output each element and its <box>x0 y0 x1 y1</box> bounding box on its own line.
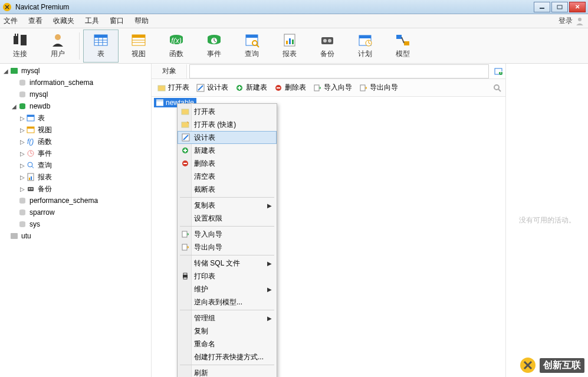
tool-function[interactable]: f(x)函数 <box>159 29 194 63</box>
search-icon[interactable] <box>492 83 502 93</box>
cm-刷新[interactable]: 刷新 <box>178 366 277 377</box>
tool-model[interactable]: 模型 <box>385 29 421 63</box>
cm-label: 截断表 <box>194 185 215 195</box>
menu-tools[interactable]: 工具 <box>85 16 99 26</box>
db-sparrow[interactable]: sparrow <box>0 206 151 218</box>
folder-views[interactable]: ▷视图 <box>0 124 151 136</box>
cm-label: 重命名 <box>194 339 215 349</box>
cm-转储 SQL 文件[interactable]: 转储 SQL 文件▶ <box>178 257 277 270</box>
tool-user[interactable]: 用户 <box>40 29 75 63</box>
folder-queries[interactable]: ▷查询 <box>0 159 151 171</box>
action-new-table[interactable]: 新建表 <box>233 81 270 94</box>
svg-rect-86 <box>182 122 189 127</box>
folder-reports[interactable]: ▷报表 <box>0 171 151 183</box>
svg-rect-6 <box>15 34 16 36</box>
cm-导入向导[interactable]: 导入向导 <box>178 228 277 241</box>
db-information-schema[interactable]: information_schema <box>0 77 151 88</box>
tool-connection[interactable]: 连接 <box>2 29 38 63</box>
db-mysql[interactable]: mysql <box>0 88 151 100</box>
cm-截断表[interactable]: 截断表 <box>178 183 277 196</box>
db-sys[interactable]: sys <box>0 218 151 230</box>
action-delete-table[interactable]: 删除表 <box>272 81 308 94</box>
menu-help[interactable]: 帮助 <box>134 16 149 26</box>
cm-label: 复制表 <box>194 201 215 211</box>
tool-schedule[interactable]: 计划 <box>347 29 383 63</box>
cm-separator <box>180 255 274 255</box>
cm-管理组[interactable]: 管理组▶ <box>178 312 277 324</box>
tool-event[interactable]: 事件 <box>196 29 232 63</box>
cm-设置权限[interactable]: 设置权限 <box>178 212 277 225</box>
maximize-button[interactable] <box>551 2 568 12</box>
menu-file[interactable]: 文件 <box>4 16 18 26</box>
menu-view[interactable]: 查看 <box>28 16 42 26</box>
query-icon <box>243 32 261 48</box>
sidebar: ◢mysql information_schema mysql ◢newdb ▷… <box>0 64 152 377</box>
cm-导出向导[interactable]: 导出向导 <box>178 241 277 254</box>
svg-point-81 <box>494 85 499 90</box>
search-input[interactable] <box>189 64 489 78</box>
close-button[interactable]: ✕ <box>569 2 586 12</box>
tool-report[interactable]: 报表 <box>272 29 307 63</box>
database-icon <box>18 196 27 205</box>
cm-设计表[interactable]: 设计表 <box>178 131 277 144</box>
cm-新建表[interactable]: 新建表 <box>178 144 277 157</box>
svg-rect-95 <box>182 231 187 237</box>
cm-重命名[interactable]: 重命名 <box>178 337 277 350</box>
table-icon <box>92 32 110 48</box>
conn-mysql[interactable]: ◢mysql <box>0 65 151 77</box>
cm-separator <box>180 197 274 198</box>
server-icon <box>9 66 19 76</box>
menubar: 文件 查看 收藏夹 工具 窗口 帮助 登录 <box>0 14 588 28</box>
action-export[interactable]: 导出向导 <box>357 81 400 94</box>
menu-favorites[interactable]: 收藏夹 <box>53 16 74 26</box>
tab-objects[interactable]: 对象 <box>152 64 187 78</box>
folder-tables[interactable]: ▷表 <box>0 112 151 124</box>
conn-utu[interactable]: utu <box>0 230 151 242</box>
svg-rect-30 <box>286 41 288 44</box>
cm-打印表[interactable]: 打印表 <box>178 270 277 283</box>
folder-backup[interactable]: ▷备份 <box>0 183 151 195</box>
svg-line-43 <box>402 37 404 43</box>
tool-backup[interactable]: 备份 <box>310 29 345 63</box>
cm-label: 导出向导 <box>194 242 222 253</box>
cm-label: 新建表 <box>194 146 215 156</box>
cm-创建打开表快捷方式...[interactable]: 创建打开表快捷方式... <box>178 350 277 363</box>
svg-rect-80 <box>360 85 365 91</box>
svg-rect-2 <box>557 5 562 9</box>
design-icon <box>180 132 191 143</box>
action-design-table[interactable]: 设计表 <box>194 81 231 94</box>
login-link[interactable]: 登录 <box>559 16 584 26</box>
db-newdb[interactable]: ◢newdb <box>0 100 151 112</box>
cm-复制[interactable]: 复制 <box>178 324 277 337</box>
watermark-logo-icon <box>520 357 536 373</box>
svg-rect-41 <box>396 35 402 39</box>
cm-逆向表到模型...[interactable]: 逆向表到模型... <box>178 296 277 309</box>
cm-打开表[interactable]: 打开表 <box>178 105 277 118</box>
tool-view[interactable]: 视图 <box>121 29 156 63</box>
server-icon <box>9 231 19 241</box>
svg-rect-79 <box>314 85 319 91</box>
cm-label: 导入向导 <box>194 230 222 240</box>
cm-label: 设计表 <box>194 133 215 143</box>
folder-events[interactable]: ▷事件 <box>0 147 151 159</box>
right-panel: 没有可用的活动。 <box>505 64 588 377</box>
folder-functions[interactable]: ▷f()函数 <box>0 136 151 147</box>
menu-window[interactable]: 窗口 <box>110 16 124 26</box>
tool-table[interactable]: 表 <box>83 29 119 63</box>
action-import[interactable]: 导入向导 <box>311 81 354 94</box>
cm-复制表[interactable]: 复制表▶ <box>178 199 277 212</box>
import-icon <box>180 229 190 240</box>
svg-line-28 <box>257 45 259 47</box>
fx-icon: f(x) <box>167 32 185 48</box>
watermark-text: 创新互联 <box>540 358 584 373</box>
action-open-table[interactable]: 打开表 <box>155 81 192 94</box>
cm-打开表 (快速)[interactable]: 打开表 (快速) <box>178 118 277 131</box>
minimize-button[interactable] <box>534 2 550 12</box>
tool-query[interactable]: 查询 <box>234 29 270 63</box>
db-performance-schema[interactable]: performance_schema <box>0 195 151 206</box>
cm-维护[interactable]: 维护▶ <box>178 283 277 296</box>
cm-清空表[interactable]: 清空表 <box>178 170 277 183</box>
action-bar: 打开表 设计表 新建表 删除表 导入向导 导出向导 <box>152 79 505 97</box>
refresh-button[interactable]: + <box>491 64 505 78</box>
cm-删除表[interactable]: 删除表 <box>178 157 277 170</box>
